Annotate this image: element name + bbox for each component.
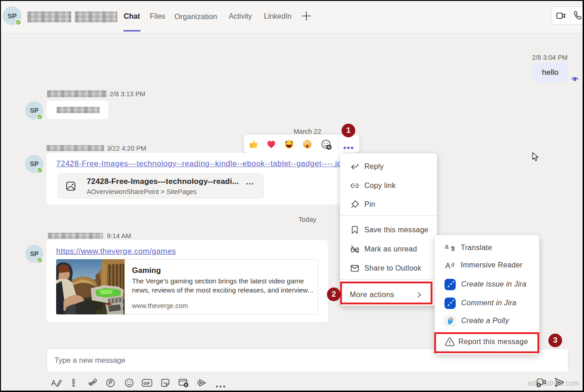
svg-text:A: A [445,261,451,270]
svg-text:GIF: GIF [143,381,150,386]
svg-text:A: A [51,379,56,387]
svg-text:a: a [445,242,449,250]
